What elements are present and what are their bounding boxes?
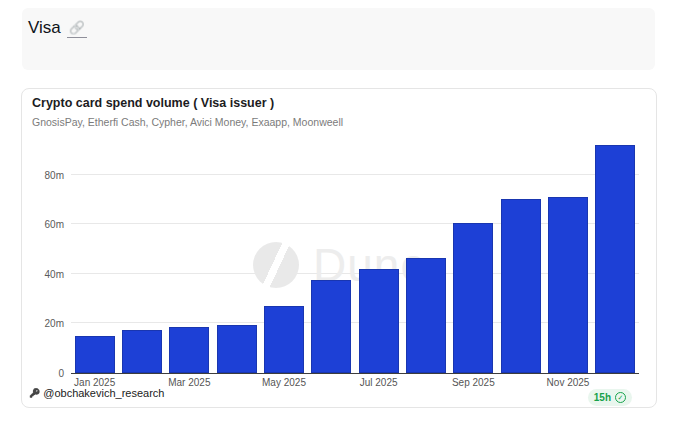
bar-feb-2025[interactable] [122,330,162,373]
x-tick-jul-2025: Jul 2025 [360,377,398,388]
bar-jul-2025[interactable] [359,269,399,373]
time-badge[interactable]: 15h ✓ [588,389,632,406]
y-tick-80m: 80m [45,169,64,180]
time-badge-text: 15h [594,392,611,403]
gridline-80m [71,174,639,175]
check-circle-icon: ✓ [615,392,626,403]
chart-card: Crypto card spend volume ( Visa issuer )… [21,88,657,408]
bar-aug-2025[interactable] [406,258,446,373]
y-tick-60m: 60m [45,219,64,230]
dune-logo-icon [253,242,299,288]
bar-dec-2025[interactable] [595,145,635,373]
bar-jun-2025[interactable] [311,280,351,373]
y-tick-40m: 40m [45,268,64,279]
y-tick-0: 0 [58,368,64,379]
chart-subtitle: GnosisPay, Etherfi Cash, Cypher, Avici M… [32,116,343,128]
x-tick-mar-2025: Mar 2025 [168,377,210,388]
x-tick-sep-2025: Sep 2025 [452,377,495,388]
author-handle[interactable]: 🔑 @obchakevich_research [29,387,164,399]
plot-area: Dune 020m40m60m80mJan 2025Mar 2025May 20… [71,141,639,373]
y-tick-20m: 20m [45,318,64,329]
x-axis-line [71,373,639,375]
link-icon: 🔗 [69,20,85,35]
bar-may-2025[interactable] [264,306,304,373]
bar-mar-2025[interactable] [169,327,209,373]
page-title: Visa [28,18,61,38]
x-tick-may-2025: May 2025 [262,377,306,388]
bar-sep-2025[interactable] [453,223,493,373]
bar-jan-2025[interactable] [75,336,115,373]
author-handle-text: @obchakevich_research [43,387,164,399]
x-tick-nov-2025: Nov 2025 [547,377,590,388]
bar-apr-2025[interactable] [217,325,257,373]
page-header: Visa🔗 [22,8,655,70]
bar-oct-2025[interactable] [501,199,541,373]
key-icon: 🔑 [29,388,40,398]
title-link[interactable]: 🔗 [67,18,87,38]
bar-nov-2025[interactable] [548,197,588,373]
chart-title: Crypto card spend volume ( Visa issuer ) [32,96,274,110]
